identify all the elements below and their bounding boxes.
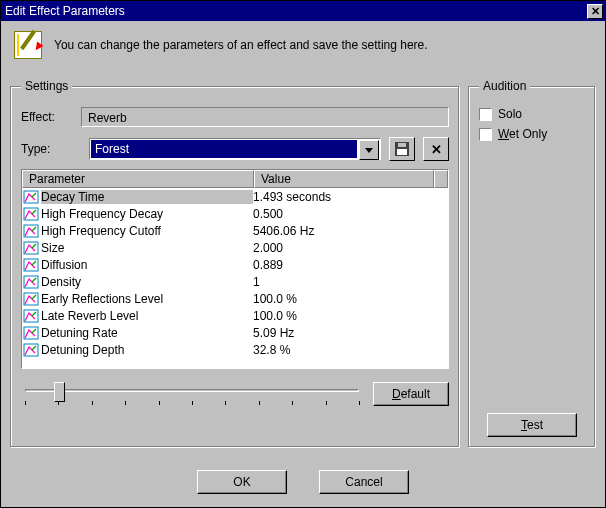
param-value: 100.0 %: [253, 292, 448, 306]
param-name: Late Reverb Level: [41, 309, 253, 323]
param-name: Detuning Rate: [41, 326, 253, 340]
titlebar: Edit Effect Parameters ✕: [1, 1, 605, 21]
param-name: Detuning Depth: [41, 343, 253, 357]
intro-text: You can change the parameters of an effe…: [54, 38, 428, 52]
table-row[interactable]: Density1: [22, 273, 448, 290]
param-name: Size: [41, 241, 253, 255]
audition-group: Audition Solo Wet Only Test: [468, 79, 596, 448]
type-value: Forest: [91, 140, 357, 158]
effect-label: Effect:: [21, 110, 81, 124]
param-value: 5.09 Hz: [253, 326, 448, 340]
effect-name-field: Reverb: [81, 107, 449, 127]
param-name: Decay Time: [41, 190, 253, 204]
effect-edit-icon: [12, 29, 44, 61]
param-value: 5406.06 Hz: [253, 224, 448, 238]
dialog-window: Edit Effect Parameters ✕ You can change …: [0, 0, 606, 508]
ok-button[interactable]: OK: [197, 470, 287, 494]
close-icon: ✕: [591, 6, 600, 17]
table-row[interactable]: Detuning Depth32.8 %: [22, 341, 448, 358]
svg-rect-2: [24, 225, 38, 237]
param-icon: [23, 309, 39, 323]
param-name: High Frequency Decay: [41, 207, 253, 221]
table-row[interactable]: Size2.000: [22, 239, 448, 256]
param-name: Early Reflections Level: [41, 292, 253, 306]
value-slider[interactable]: [21, 379, 363, 409]
param-value: 100.0 %: [253, 309, 448, 323]
wet-only-checkbox[interactable]: [479, 128, 492, 141]
param-icon: [23, 292, 39, 306]
chevron-down-icon: [365, 148, 373, 153]
close-button[interactable]: ✕: [587, 4, 603, 19]
param-value: 0.889: [253, 258, 448, 272]
delete-preset-button[interactable]: ✕: [423, 137, 449, 161]
param-icon: [23, 275, 39, 289]
col-pad: [434, 170, 448, 188]
type-row: Type: Forest ✕: [21, 137, 449, 161]
slider-track: [25, 389, 359, 392]
param-name: Diffusion: [41, 258, 253, 272]
svg-rect-3: [24, 242, 38, 254]
settings-legend: Settings: [21, 79, 72, 93]
type-dropdown-button[interactable]: [359, 140, 379, 160]
audition-legend: Audition: [479, 79, 530, 93]
table-row[interactable]: Detuning Rate5.09 Hz: [22, 324, 448, 341]
default-button[interactable]: Default: [373, 382, 449, 406]
intro-row: You can change the parameters of an effe…: [4, 23, 602, 65]
param-value: 1: [253, 275, 448, 289]
save-preset-button[interactable]: [389, 137, 415, 161]
col-value[interactable]: Value: [254, 170, 434, 188]
dialog-footer: OK Cancel: [4, 470, 602, 494]
param-value: 1.493 seconds: [253, 190, 448, 204]
slider-thumb[interactable]: [54, 382, 65, 402]
param-name: Density: [41, 275, 253, 289]
svg-rect-1: [24, 208, 38, 220]
svg-rect-5: [24, 276, 38, 288]
parameter-list[interactable]: Parameter Value Decay Time1.493 secondsH…: [21, 169, 449, 369]
solo-row[interactable]: Solo: [479, 107, 585, 121]
cancel-button[interactable]: Cancel: [319, 470, 409, 494]
floppy-icon: [395, 142, 409, 156]
svg-rect-7: [24, 310, 38, 322]
param-icon: [23, 343, 39, 357]
wet-only-label: Wet Only: [498, 127, 547, 141]
settings-group: Settings Effect: Reverb Type: Forest: [10, 79, 460, 448]
table-row[interactable]: High Frequency Cutoff5406.06 Hz: [22, 222, 448, 239]
param-value: 32.8 %: [253, 343, 448, 357]
svg-rect-6: [24, 293, 38, 305]
param-name: High Frequency Cutoff: [41, 224, 253, 238]
slider-row: Default: [21, 379, 449, 409]
param-icon: [23, 326, 39, 340]
svg-rect-4: [24, 259, 38, 271]
param-value: 2.000: [253, 241, 448, 255]
param-icon: [23, 190, 39, 204]
table-row[interactable]: Decay Time1.493 seconds: [22, 188, 448, 205]
param-icon: [23, 241, 39, 255]
solo-label: Solo: [498, 107, 522, 121]
table-row[interactable]: Diffusion0.889: [22, 256, 448, 273]
table-row[interactable]: High Frequency Decay0.500: [22, 205, 448, 222]
param-value: 0.500: [253, 207, 448, 221]
svg-rect-0: [24, 191, 38, 203]
param-icon: [23, 207, 39, 221]
effect-row: Effect: Reverb: [21, 107, 449, 127]
type-combobox[interactable]: Forest: [89, 138, 381, 160]
wet-only-row[interactable]: Wet Only: [479, 127, 585, 141]
param-icon: [23, 224, 39, 238]
table-row[interactable]: Early Reflections Level100.0 %: [22, 290, 448, 307]
type-label: Type:: [21, 142, 81, 156]
param-icon: [23, 258, 39, 272]
slider-ticks: [25, 401, 359, 407]
x-icon: ✕: [431, 143, 442, 156]
solo-checkbox[interactable]: [479, 108, 492, 121]
svg-rect-8: [24, 327, 38, 339]
window-title: Edit Effect Parameters: [5, 4, 587, 18]
table-row[interactable]: Late Reverb Level100.0 %: [22, 307, 448, 324]
col-parameter[interactable]: Parameter: [22, 170, 254, 188]
test-button[interactable]: Test: [487, 413, 577, 437]
svg-rect-9: [24, 344, 38, 356]
list-header: Parameter Value: [22, 170, 448, 188]
